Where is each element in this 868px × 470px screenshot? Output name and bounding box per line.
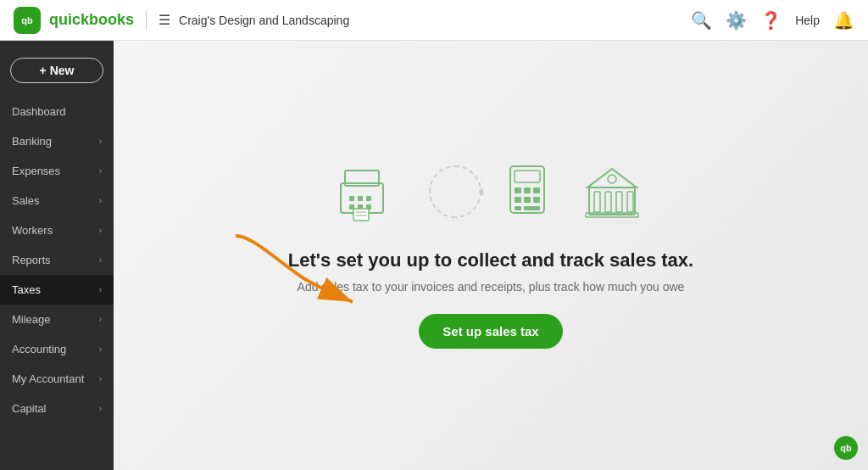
svg-rect-11 (353, 209, 369, 221)
header-right: 🔍 ⚙️ ❓ Help 🔔 (691, 10, 854, 31)
qb-watermark: qb (834, 436, 858, 460)
svg-rect-5 (349, 196, 354, 201)
svg-text:qb: qb (21, 15, 33, 25)
svg-rect-16 (515, 171, 540, 182)
chevron-right-icon: › (99, 255, 102, 265)
sidebar-item-label: Expenses (12, 165, 60, 177)
svg-rect-22 (533, 197, 540, 203)
sidebar-item-label: My Accountant (12, 372, 84, 385)
header-left: qb quickbooks ☰ Craig's Design and Lands… (14, 7, 349, 34)
sidebar-item-workers[interactable]: Workers › (0, 215, 114, 245)
svg-rect-29 (627, 192, 633, 212)
sidebar-item-label: Accounting (12, 343, 66, 355)
sidebar-item-label: Sales (12, 194, 40, 207)
chevron-right-icon: › (99, 196, 102, 205)
qb-logo-icon: qb (14, 7, 41, 34)
chevron-right-icon: › (99, 344, 102, 354)
chevron-right-icon: › (99, 374, 102, 383)
svg-rect-6 (358, 196, 363, 201)
sidebar-item-my-accountant[interactable]: My Accountant › (0, 364, 114, 394)
new-button-wrapper: + New (0, 51, 114, 97)
sidebar-item-label: Mileage (12, 313, 51, 326)
sidebar-item-label: Workers (12, 224, 53, 237)
sidebar-item-taxes[interactable]: Taxes › (0, 275, 114, 305)
sidebar-item-sales[interactable]: Sales › (0, 186, 114, 215)
chevron-right-icon: › (99, 226, 102, 235)
sidebar-item-label: Reports (12, 254, 51, 266)
svg-rect-7 (366, 196, 371, 201)
hamburger-icon[interactable]: ☰ (159, 12, 170, 28)
sidebar-item-dashboard[interactable]: Dashboard (0, 97, 114, 126)
chevron-right-icon: › (99, 285, 102, 294)
chevron-right-icon: › (99, 404, 102, 413)
bell-icon[interactable]: 🔔 (833, 10, 854, 31)
svg-rect-24 (524, 206, 540, 210)
svg-rect-17 (515, 187, 521, 193)
sales-tax-setup-card: Let's set you up to collect and track sa… (288, 162, 693, 349)
svg-point-32 (608, 175, 616, 183)
search-icon[interactable]: 🔍 (691, 10, 712, 31)
svg-marker-30 (587, 169, 637, 187)
new-button[interactable]: + New (10, 58, 103, 83)
sidebar-item-label: Dashboard (12, 105, 66, 118)
sidebar-item-accounting[interactable]: Accounting › (0, 334, 114, 364)
sidebar-item-label: Banking (12, 135, 52, 148)
svg-rect-23 (515, 206, 521, 210)
sidebar-item-capital[interactable]: Capital › (0, 394, 114, 423)
sidebar-item-expenses[interactable]: Expenses › (0, 156, 114, 186)
wordmark: quickbooks (49, 11, 134, 29)
help-label: Help (795, 14, 820, 27)
card-title: Let's set you up to collect and track sa… (288, 249, 693, 271)
svg-rect-26 (594, 192, 600, 212)
sidebar-item-banking[interactable]: Banking › (0, 126, 114, 156)
header-divider (146, 10, 147, 31)
sidebar-item-label: Taxes (12, 283, 41, 296)
main-content: Let's set you up to collect and track sa… (114, 41, 868, 470)
sidebar-item-mileage[interactable]: Mileage › (0, 305, 114, 334)
svg-rect-19 (533, 187, 540, 193)
svg-rect-28 (616, 192, 622, 212)
help-icon[interactable]: ❓ (760, 10, 782, 31)
card-subtitle: Add sales tax to your invoices and recei… (298, 280, 685, 294)
sidebar: + New Dashboard Banking › Expenses › Sal… (0, 41, 114, 470)
sidebar-item-reports[interactable]: Reports › (0, 245, 114, 275)
gear-icon[interactable]: ⚙️ (726, 10, 747, 31)
chevron-right-icon: › (99, 166, 102, 176)
svg-rect-20 (515, 197, 521, 203)
company-name: Craig's Design and Landscaping (179, 14, 349, 27)
chevron-right-icon: › (99, 315, 102, 324)
svg-rect-18 (524, 187, 531, 193)
header: qb quickbooks ☰ Craig's Design and Lands… (0, 0, 868, 41)
main-layout: + New Dashboard Banking › Expenses › Sal… (0, 41, 868, 470)
illustration (332, 162, 650, 226)
chevron-right-icon: › (99, 137, 102, 146)
sidebar-item-label: Capital (12, 402, 46, 415)
setup-sales-tax-button[interactable]: Set up sales tax (419, 314, 562, 349)
svg-rect-27 (605, 192, 611, 212)
svg-rect-21 (524, 197, 531, 203)
